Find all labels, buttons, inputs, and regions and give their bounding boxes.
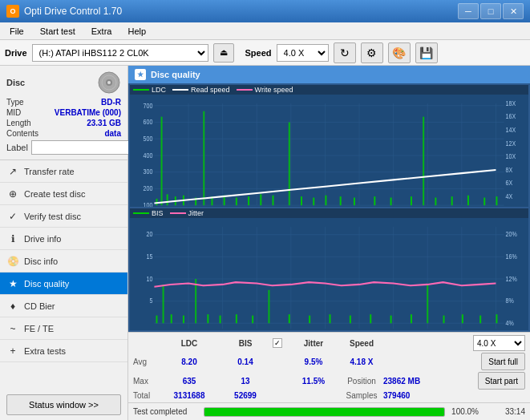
svg-rect-115: [350, 316, 351, 324]
sidebar-item-fe-te[interactable]: ~ FE / TE: [0, 317, 127, 340]
ldc-col-header: LDC: [157, 339, 221, 348]
svg-rect-103: [163, 285, 164, 323]
sidebar-item-extra-tests[interactable]: + Extra tests: [0, 340, 127, 362]
menu-help[interactable]: Help: [121, 25, 152, 38]
drive-info-label: Drive info: [24, 234, 61, 244]
sidebar-item-cd-bier[interactable]: ♦ CD Bier: [0, 295, 127, 317]
svg-text:18X: 18X: [506, 99, 516, 107]
position-label: Position: [342, 377, 382, 386]
fe-te-icon: ~: [6, 322, 19, 335]
eject-button[interactable]: ⏏: [213, 43, 234, 63]
samples-label: Samples: [342, 391, 382, 400]
total-ldc: 3131688: [157, 391, 221, 400]
svg-text:5: 5: [149, 296, 152, 305]
bis-legend: BIS Jitter: [130, 208, 528, 218]
bis-chart: BIS Jitter: [130, 208, 528, 330]
progress-bar-container: [204, 407, 445, 417]
mid-value: VERBATIMe (000): [55, 108, 121, 117]
sidebar-item-transfer-rate[interactable]: ↗ Transfer rate: [0, 160, 127, 183]
max-label: Max: [133, 377, 157, 386]
svg-text:2X: 2X: [506, 204, 513, 207]
speed-label: Speed: [245, 48, 272, 58]
svg-rect-52: [301, 196, 302, 205]
svg-text:500: 500: [144, 134, 153, 143]
total-bis: 52699: [221, 391, 269, 400]
speed-select[interactable]: 4.0 X: [277, 44, 329, 62]
menu-file[interactable]: File: [3, 25, 30, 38]
chart-speed-select[interactable]: 4.0 X: [473, 335, 525, 351]
titlebar: O Opti Drive Control 1.70 ─ □ ✕: [0, 0, 530, 22]
avg-label: Avg: [133, 357, 157, 366]
svg-text:4%: 4%: [506, 318, 515, 327]
svg-rect-39: [161, 117, 163, 206]
svg-rect-50: [273, 196, 274, 205]
svg-text:16X: 16X: [506, 111, 516, 120]
drive-select[interactable]: (H:) ATAPI iHBS112 2 CL0K: [32, 44, 208, 62]
avg-speed: 4.18 X: [342, 357, 382, 366]
progress-percent: 100.0%: [451, 407, 479, 416]
svg-text:10: 10: [147, 274, 153, 283]
svg-text:300: 300: [144, 167, 153, 176]
svg-rect-40: [167, 194, 168, 205]
svg-rect-102: [156, 316, 157, 324]
extra-tests-label: Extra tests: [24, 346, 66, 356]
svg-rect-120: [443, 316, 445, 324]
start-full-button[interactable]: Start full: [481, 353, 525, 370]
stats-total-row: Total 3131688 52699 Samples 379460: [133, 391, 525, 400]
svg-rect-107: [207, 314, 208, 323]
svg-rect-64: [483, 198, 485, 206]
color-button[interactable]: 🎨: [388, 42, 411, 63]
svg-rect-109: [236, 314, 237, 323]
sidebar-item-verify-test-disc[interactable]: ✓ Verify test disc: [0, 205, 127, 228]
position-value: 23862 MB: [383, 377, 420, 386]
sidebar-item-drive-info[interactable]: ℹ Drive info: [0, 228, 127, 250]
svg-rect-49: [260, 194, 261, 205]
svg-text:200: 200: [144, 184, 153, 192]
maximize-button[interactable]: □: [480, 3, 501, 19]
sidebar-item-disc-quality[interactable]: ★ Disc quality: [0, 273, 127, 295]
disc-label-row: Label ✏: [6, 140, 121, 155]
svg-rect-106: [195, 279, 196, 323]
content-area: ★ Disc quality LDC Read speed: [128, 66, 530, 420]
sidebar: Disc Type BD-R MID VERBATIMe (000) Lengt…: [0, 66, 128, 420]
svg-rect-4: [130, 95, 528, 207]
sidebar-item-create-test-disc[interactable]: ⊕ Create test disc: [0, 183, 127, 205]
max-jitter: 11.5%: [285, 377, 342, 386]
sidebar-item-disc-info[interactable]: 📀 Disc info: [0, 250, 127, 273]
window-controls: ─ □ ✕: [458, 3, 524, 19]
status-window-button[interactable]: Status window >>: [6, 394, 121, 415]
jitter-checkbox[interactable]: ✓: [273, 338, 282, 348]
menu-start-test[interactable]: Start test: [34, 25, 82, 38]
svg-text:600: 600: [144, 117, 153, 126]
svg-rect-112: [289, 314, 290, 323]
svg-rect-119: [427, 285, 428, 323]
svg-rect-108: [220, 316, 221, 324]
save-button[interactable]: 💾: [415, 42, 438, 63]
read-speed-legend-item: Read speed: [172, 86, 230, 94]
jitter-legend-item: Jitter: [170, 209, 204, 217]
svg-rect-121: [462, 314, 463, 323]
svg-text:6X: 6X: [506, 178, 513, 187]
svg-rect-118: [411, 314, 412, 323]
progress-bar-fill: [204, 408, 444, 416]
menu-extra[interactable]: Extra: [85, 25, 119, 38]
disc-contents-row: Contents data: [6, 129, 121, 138]
settings-button[interactable]: ⚙: [361, 42, 383, 63]
start-part-button[interactable]: Start part: [478, 372, 525, 390]
app-title: Opti Drive Control 1.70: [24, 6, 122, 17]
svg-text:20%: 20%: [506, 229, 518, 238]
label-input[interactable]: [31, 140, 138, 155]
minimize-button[interactable]: ─: [458, 3, 479, 19]
svg-text:16%: 16%: [506, 252, 518, 260]
label-label: Label: [6, 143, 28, 152]
contents-label: Contents: [6, 129, 38, 138]
svg-text:12%: 12%: [506, 274, 518, 283]
disc-icon: [97, 71, 121, 95]
svg-rect-122: [479, 316, 481, 324]
type-value: BD-R: [101, 98, 121, 107]
refresh-button[interactable]: ↻: [334, 42, 356, 63]
disc-type-row: Type BD-R: [6, 98, 121, 107]
svg-text:100: 100: [144, 200, 153, 207]
close-button[interactable]: ✕: [503, 3, 524, 19]
svg-text:20: 20: [147, 229, 153, 238]
